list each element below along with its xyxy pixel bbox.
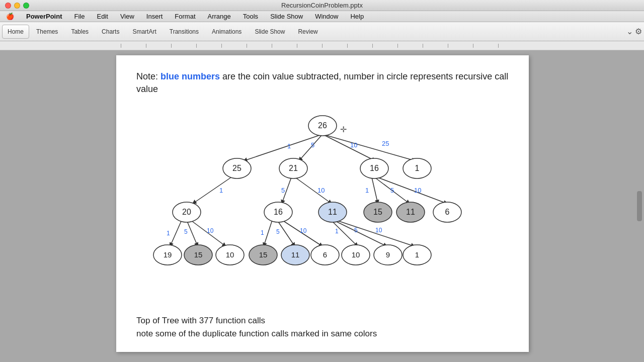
svg-text:5: 5 [390, 187, 394, 194]
svg-line-20 [170, 220, 182, 246]
svg-line-26 [264, 220, 272, 246]
svg-text:11: 11 [406, 208, 415, 216]
toolbar-transitions[interactable]: Transitions [164, 25, 205, 39]
svg-line-3 [323, 134, 416, 161]
svg-text:1: 1 [415, 250, 419, 259]
svg-text:10: 10 [226, 250, 234, 259]
minimize-button[interactable] [14, 3, 20, 9]
slide-panel: Note: blue numbers are the coin value su… [10, 50, 635, 362]
window-title: RecursionCoinProblem.pptx [281, 2, 363, 9]
svg-text:10: 10 [317, 187, 325, 194]
note-text: Note: blue numbers are the coin value su… [136, 70, 509, 96]
svg-text:5: 5 [184, 228, 188, 235]
svg-text:16: 16 [370, 164, 379, 172]
svg-text:5: 5 [311, 141, 314, 149]
svg-text:1: 1 [167, 230, 170, 237]
svg-text:6: 6 [445, 208, 450, 216]
svg-text:10: 10 [414, 187, 421, 194]
svg-line-11 [295, 177, 332, 204]
menu-powerpoint[interactable]: PowerPoint [24, 12, 64, 21]
main-area: Note: blue numbers are the coin value su… [0, 50, 644, 362]
bottom-line2: note some of the duplicate function call… [136, 327, 377, 340]
toolbar-review[interactable]: Review [292, 25, 324, 39]
bottom-line1: Top of Tree with 377 function calls [136, 314, 377, 327]
svg-text:15: 15 [373, 208, 382, 216]
svg-text:15: 15 [194, 250, 203, 259]
menu-format[interactable]: Format [173, 12, 197, 21]
menu-tools[interactable]: Tools [241, 12, 260, 21]
svg-text:10: 10 [350, 141, 357, 149]
window-controls[interactable] [5, 3, 29, 9]
svg-line-27 [277, 220, 295, 246]
svg-text:5: 5 [354, 227, 358, 234]
svg-text:6: 6 [323, 250, 327, 259]
svg-text:9: 9 [386, 250, 390, 259]
ruler-inner [121, 44, 523, 48]
apple-menu[interactable]: 🍎 [4, 12, 16, 21]
svg-text:5: 5 [281, 187, 285, 194]
svg-line-14 [372, 177, 378, 204]
svg-text:1: 1 [335, 228, 339, 235]
toolbar: Home Themes Tables Charts SmartArt Trans… [0, 22, 644, 41]
svg-text:25: 25 [232, 164, 242, 172]
svg-text:✛: ✛ [340, 125, 347, 134]
menu-edit[interactable]: Edit [95, 12, 110, 21]
tree-svg: 1 5 10 25 1 5 10 [136, 106, 509, 297]
menu-insert[interactable]: Insert [144, 12, 165, 21]
svg-text:1: 1 [219, 187, 223, 194]
sidebar-right [635, 50, 644, 362]
svg-line-2 [323, 134, 375, 161]
toolbar-slideshow[interactable]: Slide Show [249, 25, 291, 39]
scrollbar-thumb[interactable] [637, 191, 642, 221]
ruler [0, 41, 644, 50]
menu-bar: 🍎 PowerPoint File Edit View Insert Forma… [0, 11, 644, 22]
svg-text:15: 15 [259, 250, 268, 259]
settings-icon[interactable]: ⚙ [635, 27, 642, 36]
menu-help[interactable]: Help [348, 12, 366, 21]
svg-text:11: 11 [291, 250, 300, 259]
svg-text:1: 1 [261, 229, 264, 236]
note-prefix: Note: [136, 71, 160, 81]
titlebar: RecursionCoinProblem.pptx [0, 0, 644, 11]
maximize-button[interactable] [23, 3, 29, 9]
close-button[interactable] [5, 3, 11, 9]
tree-diagram: 1 5 10 25 1 5 10 [136, 106, 509, 297]
svg-text:10: 10 [352, 250, 360, 259]
menu-arrange[interactable]: Arrange [206, 12, 233, 21]
bottom-text: Top of Tree with 377 function calls note… [136, 314, 377, 340]
svg-line-16 [378, 177, 447, 204]
svg-text:10: 10 [300, 227, 307, 234]
svg-text:10: 10 [207, 227, 214, 234]
toolbar-themes[interactable]: Themes [30, 25, 64, 39]
svg-text:11: 11 [328, 208, 337, 216]
svg-text:25: 25 [382, 140, 389, 147]
svg-line-8 [193, 177, 231, 204]
svg-text:10: 10 [375, 227, 382, 234]
toolbar-animations[interactable]: Animations [206, 25, 248, 39]
svg-text:5: 5 [276, 228, 280, 235]
menu-view[interactable]: View [118, 12, 136, 21]
toolbar-settings: ⌄ ⚙ [626, 27, 642, 36]
svg-text:16: 16 [274, 208, 283, 216]
toolbar-smartart[interactable]: SmartArt [126, 25, 162, 39]
expand-icon[interactable]: ⌄ [626, 27, 633, 36]
note-blue: blue numbers [160, 71, 220, 81]
svg-text:1: 1 [287, 142, 291, 150]
menu-window[interactable]: Window [313, 12, 340, 21]
svg-text:1: 1 [365, 187, 369, 194]
slide: Note: blue numbers are the coin value su… [116, 55, 529, 352]
sidebar-left [0, 50, 10, 362]
svg-text:1: 1 [415, 164, 420, 172]
menu-slideshow[interactable]: Slide Show [268, 12, 305, 21]
toolbar-tables[interactable]: Tables [65, 25, 95, 39]
svg-text:26: 26 [318, 121, 327, 130]
menu-file[interactable]: File [72, 12, 87, 21]
svg-text:19: 19 [164, 250, 172, 259]
svg-text:20: 20 [182, 208, 191, 216]
toolbar-home[interactable]: Home [2, 25, 29, 39]
svg-text:21: 21 [289, 164, 298, 172]
toolbar-charts[interactable]: Charts [96, 25, 125, 39]
